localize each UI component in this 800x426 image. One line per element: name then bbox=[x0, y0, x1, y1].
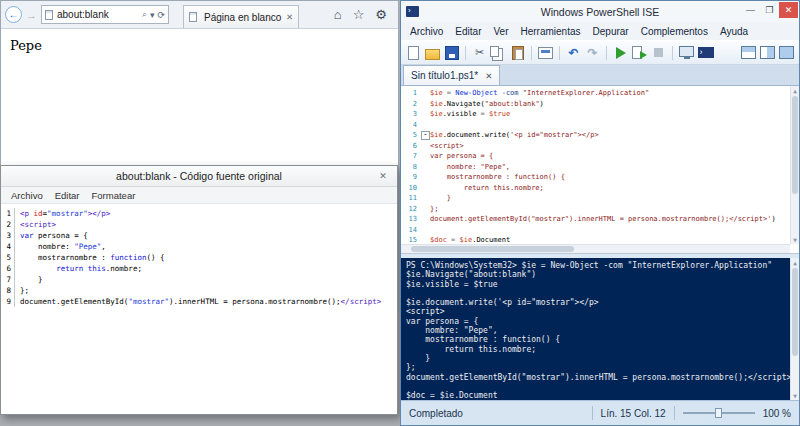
paste-button[interactable] bbox=[509, 44, 526, 61]
scrollbar-thumb[interactable] bbox=[411, 246, 574, 252]
new-remote-powershell-tab-button[interactable] bbox=[678, 44, 695, 61]
show-script-pane-maximized-button[interactable] bbox=[778, 44, 795, 61]
editor-line: 5$ie.document.write('<p id="mostrar"></p… bbox=[401, 130, 799, 141]
editor-line: 14 bbox=[401, 225, 799, 236]
editor-vertical-scrollbar[interactable]: ▲ ▼ bbox=[790, 86, 799, 244]
editor-line: 10 return this.nombre; bbox=[401, 183, 799, 194]
show-script-pane-right-button[interactable] bbox=[759, 44, 776, 61]
script-editor-pane[interactable]: 1$ie = New-Object -com "InternetExplorer… bbox=[401, 86, 799, 254]
minimize-button[interactable]: — bbox=[741, 2, 760, 18]
cursor-position: Lín. 15 Col. 12 bbox=[601, 408, 666, 419]
source-line: 9document.getElementById("mostrar").inne… bbox=[1, 296, 397, 307]
scroll-down-icon[interactable]: ▼ bbox=[791, 236, 799, 243]
run-selection-button[interactable] bbox=[631, 44, 648, 61]
script-tab[interactable]: Sin título1.ps1* ✕ bbox=[403, 65, 500, 85]
menu-bar: ArchivoEditarVerHerramientasDepurarCompl… bbox=[401, 22, 799, 40]
menu-ver[interactable]: Ver bbox=[487, 26, 514, 37]
scroll-up-icon[interactable]: ▲ bbox=[791, 87, 799, 94]
tools-gear-icon[interactable]: ⚙ bbox=[375, 7, 387, 22]
menu-complementos[interactable]: Complementos bbox=[635, 26, 714, 37]
collapse-region-icon[interactable] bbox=[421, 130, 430, 141]
close-button[interactable]: ✕ bbox=[374, 169, 392, 183]
source-code-area[interactable]: 1<p id="mostrar"></p>2<script>3var perso… bbox=[1, 204, 397, 414]
editor-line: 7var persona = { bbox=[401, 151, 799, 162]
fold-gutter bbox=[421, 99, 430, 110]
back-button[interactable]: ← bbox=[5, 6, 22, 23]
fold-gutter bbox=[421, 204, 430, 215]
refresh-icon[interactable]: ⟳ bbox=[157, 10, 165, 20]
editor-line: 4 bbox=[401, 120, 799, 131]
maximize-button[interactable]: ❐ bbox=[760, 2, 779, 18]
fold-gutter bbox=[421, 141, 430, 152]
open-script-button[interactable] bbox=[424, 44, 441, 61]
fold-gutter bbox=[421, 183, 430, 194]
zoom-slider[interactable] bbox=[683, 406, 755, 420]
console-pane[interactable]: PS C:\Windows\System32> $ie = New-Object… bbox=[401, 258, 799, 400]
home-icon[interactable]: ⌂ bbox=[334, 7, 342, 22]
save-script-button[interactable] bbox=[443, 44, 460, 61]
favorites-star-icon[interactable]: ☆ bbox=[353, 7, 365, 22]
tab-close-button[interactable]: ✕ bbox=[286, 12, 293, 22]
console-line: $doc = $ie.Document bbox=[406, 391, 787, 400]
console-line: PS C:\Windows\System32> $ie = New-Object… bbox=[406, 261, 787, 270]
menu-ayuda[interactable]: Ayuda bbox=[714, 26, 754, 37]
stop-operation-button[interactable] bbox=[650, 44, 667, 61]
editor-horizontal-scrollbar[interactable] bbox=[401, 244, 790, 253]
console-line: $ie.Navigate("about:blank") bbox=[406, 270, 787, 279]
fold-gutter bbox=[421, 172, 430, 183]
scroll-down-icon[interactable]: ▼ bbox=[791, 392, 799, 399]
menu-formatear[interactable]: Formatear bbox=[86, 190, 142, 201]
cut-button[interactable] bbox=[471, 44, 488, 61]
menu-depurar[interactable]: Depurar bbox=[587, 26, 635, 37]
view-source-titlebar[interactable]: about:blank - Código fuente original ✕ bbox=[1, 166, 397, 187]
run-script-button[interactable] bbox=[612, 44, 629, 61]
editor-line: 9 mostrarnombre : function() { bbox=[401, 172, 799, 183]
menu-editar[interactable]: Editar bbox=[449, 26, 487, 37]
show-script-pane-top-button[interactable] bbox=[740, 44, 757, 61]
scrollbar-thumb[interactable] bbox=[792, 96, 798, 194]
tab-favicon-icon bbox=[189, 12, 197, 22]
console-line bbox=[406, 382, 787, 391]
console-vertical-scrollbar[interactable]: ▲ ▼ bbox=[790, 258, 799, 400]
menu-bar: ArchivoEditarFormatear bbox=[1, 187, 397, 204]
editor-line: 1$ie = New-Object -com "InternetExplorer… bbox=[401, 88, 799, 99]
menu-archivo[interactable]: Archivo bbox=[404, 26, 449, 37]
source-line: 8}; bbox=[1, 285, 397, 296]
editor-line: 11 } bbox=[401, 193, 799, 204]
undo-button[interactable] bbox=[565, 44, 582, 61]
console-line: $ie.document.write('<p id="mostrar"></p> bbox=[406, 298, 787, 307]
clear-console-pane-button[interactable] bbox=[537, 44, 554, 61]
browser-tab[interactable]: Página en blanco ✕ bbox=[183, 5, 299, 28]
address-bar[interactable]: about:blank ⌕ ▾ ⟳ bbox=[41, 5, 169, 24]
close-button[interactable]: ✕ bbox=[779, 2, 798, 18]
powershell-app-icon: › bbox=[406, 6, 419, 17]
console-line: document.getElementById("mostrar").inner… bbox=[406, 373, 787, 382]
script-tab-close-button[interactable]: ✕ bbox=[485, 71, 492, 81]
scroll-up-icon[interactable]: ▲ bbox=[791, 259, 799, 266]
console-line bbox=[406, 289, 787, 298]
toolbar-separator bbox=[559, 46, 560, 60]
scrollbar-thumb[interactable] bbox=[792, 268, 798, 356]
forward-button[interactable]: → bbox=[26, 9, 37, 21]
zoom-slider-thumb[interactable] bbox=[715, 408, 722, 418]
window-caption-buttons: — ❐ ✕ bbox=[741, 2, 798, 18]
menu-archivo[interactable]: Archivo bbox=[5, 190, 49, 201]
editor-line: 3$ie.visible = $true bbox=[401, 109, 799, 120]
console-line: var persona = { bbox=[406, 317, 787, 326]
editor-line: 13document.getElementById("mostrar").inn… bbox=[401, 214, 799, 225]
fold-gutter bbox=[421, 193, 430, 204]
start-powershell-button[interactable] bbox=[697, 44, 714, 61]
copy-button[interactable] bbox=[490, 44, 507, 61]
chevron-down-icon[interactable]: ▾ bbox=[150, 10, 155, 20]
search-icon[interactable]: ⌕ bbox=[142, 9, 147, 20]
ie-action-buttons: ⌂☆⚙ bbox=[334, 7, 394, 22]
separator bbox=[592, 406, 593, 420]
ise-titlebar[interactable]: › Windows PowerShell ISE — ❐ ✕ bbox=[401, 1, 799, 22]
redo-button[interactable] bbox=[584, 44, 601, 61]
fold-gutter bbox=[421, 162, 430, 173]
editor-lines: 1$ie = New-Object -com "InternetExplorer… bbox=[401, 88, 799, 246]
status-bar: Completado Lín. 15 Col. 12 100 % bbox=[401, 400, 799, 425]
menu-herramientas[interactable]: Herramientas bbox=[515, 26, 587, 37]
menu-editar[interactable]: Editar bbox=[49, 190, 86, 201]
new-script-button[interactable] bbox=[405, 44, 422, 61]
